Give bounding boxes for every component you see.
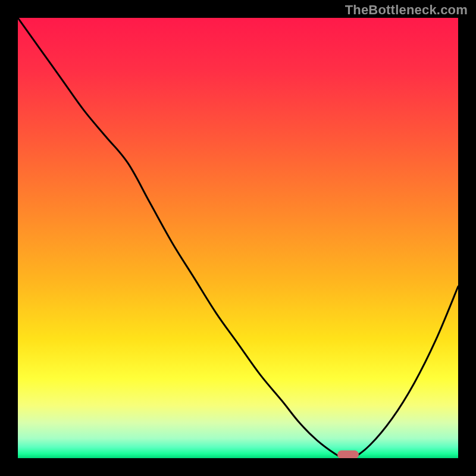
plot-area [18,18,458,458]
watermark-label: TheBottleneck.com [345,2,468,18]
chart-frame: TheBottleneck.com [0,0,476,476]
optimal-marker [337,450,359,458]
bottleneck-curve [18,18,458,458]
curve-layer [18,18,458,458]
